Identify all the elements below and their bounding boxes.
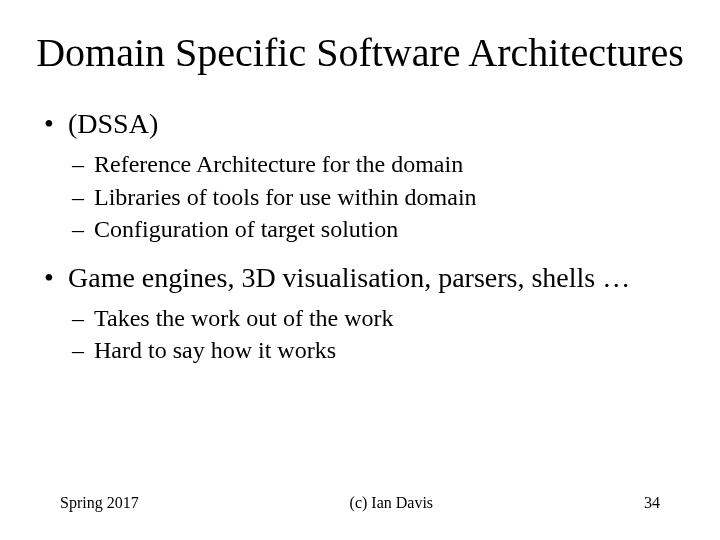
- footer-right: 34: [644, 494, 660, 512]
- bullet-list: Game engines, 3D visualisation, parsers,…: [40, 260, 690, 296]
- slide-title: Domain Specific Software Architectures: [30, 30, 690, 76]
- bullet-list: (DSSA): [40, 106, 690, 142]
- sub-item: Configuration of target solution: [72, 213, 690, 245]
- bullet-item: (DSSA): [40, 106, 690, 142]
- sub-list: Reference Architecture for the domain Li…: [72, 148, 690, 245]
- sub-item: Takes the work out of the work: [72, 302, 690, 334]
- footer: Spring 2017 (c) Ian Davis 34: [30, 494, 690, 512]
- sub-list: Takes the work out of the work Hard to s…: [72, 302, 690, 367]
- footer-left: Spring 2017: [60, 494, 139, 512]
- bullet-item: Game engines, 3D visualisation, parsers,…: [40, 260, 690, 296]
- footer-center: (c) Ian Davis: [350, 494, 434, 512]
- sub-item: Reference Architecture for the domain: [72, 148, 690, 180]
- sub-item: Libraries of tools for use within domain: [72, 181, 690, 213]
- sub-item: Hard to say how it works: [72, 334, 690, 366]
